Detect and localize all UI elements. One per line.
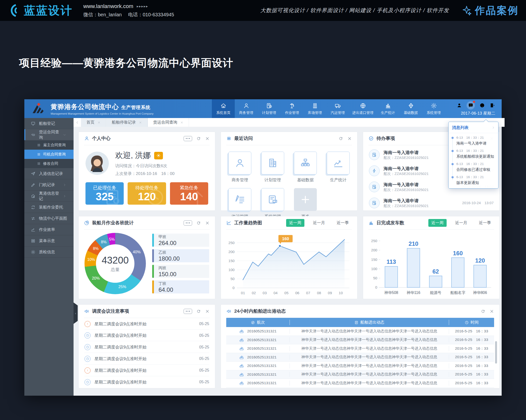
message-item[interactable]: 6-13 16：33：21海南一号入港申请	[449, 136, 496, 146]
table-row[interactable]: 20160525131321 神华天津一号进入动态信息神华天津一号进入动态信息神…	[226, 336, 494, 345]
sidebar-item-菜单示意[interactable]: 菜单示意	[24, 235, 73, 246]
shortcut-tile[interactable]	[228, 152, 251, 175]
refresh-button[interactable]	[196, 136, 201, 141]
nav-item-汽运管理[interactable]: 汽运管理	[326, 99, 349, 118]
close-button[interactable]	[205, 136, 210, 141]
nav-item-系统首页[interactable]: 系统首页	[212, 99, 235, 118]
svg-text:02: 02	[252, 291, 256, 295]
table-row[interactable]: 20160525131321 神华天津一号进入动态信息神华天津一号进入动态信息神…	[226, 361, 494, 370]
nav-item-商务管理[interactable]: 商务管理	[235, 99, 258, 118]
table-row[interactable]: 20160525131321 神华天津一号进入动态信息神华天津一号进入动态信息神…	[226, 344, 494, 353]
shortcut-生产统计[interactable]: 生产统计	[327, 152, 350, 183]
portfolio-link[interactable]: 作品案例	[461, 4, 519, 17]
table-row[interactable]: 20160525131321 神华天津一号进入动态信息神华天津一号进入动态信息神…	[226, 327, 494, 336]
filter-近一季[interactable]: 近一季	[334, 219, 352, 227]
network-icon	[408, 102, 414, 109]
table-row[interactable]: 20160525131321 神华天津一号进入动态信息神华天津一号进入动态信息神…	[226, 379, 494, 388]
message-item[interactable]: 6-13 16：33：21合同修改已通过审核	[449, 162, 496, 172]
todo-item[interactable]: 海南一号入港申请船次：ZZASE20161025021 2016-10-24 1…	[369, 195, 494, 211]
nav-item-进出道口管理[interactable]: 进出道口管理	[349, 99, 376, 118]
nav-item-计划管理[interactable]: 计划管理	[258, 99, 281, 118]
shortcut-tile[interactable]	[327, 152, 350, 175]
sidebar-item-物流中心平面图[interactable]: 物流中心平面图	[24, 213, 73, 224]
stat-card-待处理任务[interactable]: 待处理任务120	[128, 182, 166, 205]
meeting-item[interactable]: 星期二调度会议9点准时开始 05-25	[84, 330, 209, 341]
sidebar-item-船舶登记[interactable]: 船舶登记	[24, 118, 73, 129]
stat-card-已处理任务[interactable]: 已处理任务325	[85, 182, 124, 205]
refresh-button[interactable]	[196, 309, 201, 314]
sidebar-collapse-handle[interactable]: ‹	[73, 303, 78, 324]
nav-item-基础数据[interactable]: 基础数据	[399, 99, 422, 118]
message-item[interactable]: 6-13 16：33：21版本更新通知	[449, 175, 496, 186]
tab-货运合同查询[interactable]: 货运合同查询	[148, 118, 189, 127]
message-item[interactable]: 6-13 16：33：21系统船舶模块更新通知	[449, 149, 496, 159]
tab-首页[interactable]: 首页	[81, 118, 106, 127]
more-button[interactable]	[184, 136, 192, 141]
sidebar-item-作业效率[interactable]: 作业效率	[24, 224, 73, 235]
tab-close-icon[interactable]	[139, 121, 142, 124]
nav-item-系统管理[interactable]: 系统管理	[422, 99, 445, 118]
shortcut-tile[interactable]	[294, 188, 317, 211]
sidebar-item-质检信息[interactable]: 质检信息	[24, 246, 73, 258]
trend-icon	[31, 227, 36, 232]
shortcut-商务管理[interactable]: 商务管理	[228, 152, 252, 183]
shortcut-系统管理[interactable]: 系统管理	[261, 188, 284, 219]
website-link[interactable]: www.lanlanwork.com	[83, 3, 133, 10]
sidebar-item-雇主合同查询[interactable]: 雇主合同查询	[24, 140, 73, 150]
nav-item-生产统计[interactable]: 生产统计	[376, 99, 399, 118]
todo-icon	[369, 166, 380, 176]
more-button[interactable]	[184, 309, 192, 314]
shortcut-基础数据[interactable]: 基础数据	[294, 152, 317, 183]
table-scrollbar[interactable]	[495, 341, 497, 363]
shortcut-tile[interactable]	[261, 188, 284, 211]
meeting-item[interactable]: 星期二调度会议9点准时开始 05-25	[84, 376, 209, 388]
tab-船舶停靠记录[interactable]: 船舶停靠记录	[106, 118, 148, 127]
header-date: 2017-06-13 星期二	[461, 111, 495, 116]
shortcut-汽运管理[interactable]: 汽运管理	[228, 188, 252, 219]
sidebar-item-装船作业委托[interactable]: 装船作业委托	[24, 202, 73, 213]
home-icon	[220, 102, 227, 109]
more-button[interactable]	[184, 220, 192, 225]
close-button[interactable]	[205, 221, 210, 225]
filter-近一周[interactable]: 近一周	[428, 219, 447, 227]
profile-icon[interactable]	[456, 102, 462, 108]
shortcut-更多[interactable]: 更多	[294, 188, 317, 219]
sidebar-item-门机记录[interactable]: 门机记录	[24, 179, 73, 191]
filter-近一周[interactable]: 近一周	[286, 219, 305, 227]
close-button[interactable]	[347, 136, 352, 141]
help-icon[interactable]	[479, 102, 485, 108]
voyage-number: 20160525131321	[247, 381, 277, 385]
shortcut-计划管理[interactable]: 计划管理	[261, 152, 284, 183]
meeting-item[interactable]: 星期二调度会议9点准时开始 05-25	[84, 365, 209, 376]
sidebar-item-离港信息登记[interactable]: 离港信息登记	[24, 191, 73, 202]
close-button[interactable]	[489, 309, 494, 314]
filter-近一季[interactable]: 近一季	[476, 219, 494, 227]
shortcut-tile[interactable]	[294, 152, 317, 175]
filter-近一月[interactable]: 近一月	[310, 219, 328, 227]
filter-近一月[interactable]: 近一月	[452, 219, 470, 227]
tab-close-icon[interactable]	[97, 121, 101, 124]
meeting-item[interactable]: 星期二调度会议9点准时开始 05-25	[84, 353, 209, 364]
messages-icon[interactable]	[466, 101, 475, 109]
refresh-button[interactable]	[196, 221, 201, 225]
nav-item-作业管理[interactable]: 作业管理	[281, 99, 303, 118]
tab-close-icon[interactable]	[180, 121, 183, 124]
sidebar-item-司机合同查询[interactable]: 司机合同查询	[24, 150, 73, 159]
meeting-item[interactable]: 星期二调度会议9点准时开始 05-25	[84, 342, 209, 353]
close-button[interactable]	[205, 309, 210, 314]
sidebar-item-修改合同[interactable]: 修改合同	[24, 159, 73, 168]
logout-icon[interactable]	[489, 102, 495, 108]
nav-item-库场管理[interactable]: 库场管理	[303, 99, 326, 118]
shortcut-tile[interactable]	[228, 188, 251, 211]
chevron-right-icon[interactable]	[492, 126, 495, 129]
refresh-button[interactable]	[338, 136, 343, 141]
meeting-item[interactable]: 星期二调度会议9点准时开始 05-25	[84, 319, 209, 330]
shortcut-tile[interactable]	[261, 152, 284, 175]
refresh-button[interactable]	[481, 309, 485, 314]
tab-scroll-left[interactable]	[73, 118, 81, 127]
sidebar-item-货运合同查询[interactable]: 货运合同查询	[24, 129, 73, 140]
sidebar-item-入港信息记录[interactable]: 入港信息记录	[24, 168, 73, 179]
table-row[interactable]: 20160525131321 神华天津一号进入动态信息神华天津一号进入动态信息神…	[226, 353, 494, 362]
table-row[interactable]: 20160525131321 神华天津一号进入动态信息神华天津一号进入动态信息神…	[226, 370, 494, 379]
stat-card-紧急任务[interactable]: 紧急任务140	[170, 182, 208, 205]
